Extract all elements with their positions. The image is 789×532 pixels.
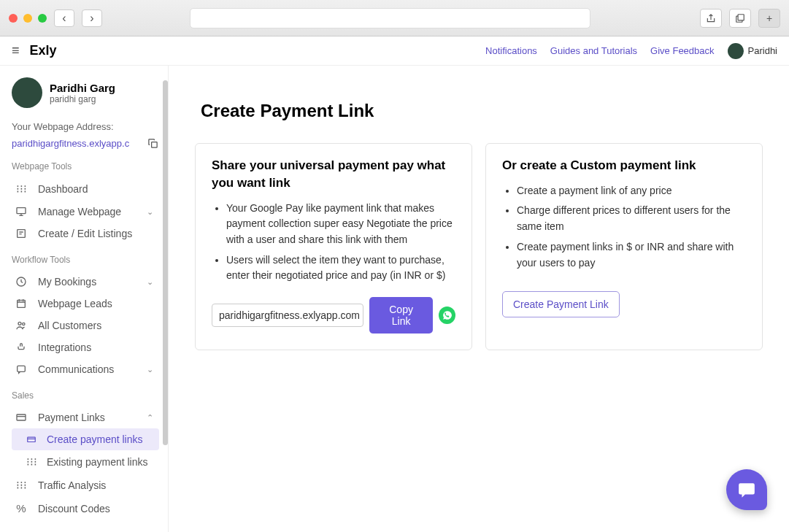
svg-rect-8: [18, 366, 26, 371]
sidebar: Paridhi Garg paridhi garg Your Webpage A…: [0, 66, 168, 532]
chevron-down-icon: ⌄: [147, 277, 153, 287]
minimize-window-icon[interactable]: [23, 14, 32, 23]
sidebar-item-label: Discount Codes: [38, 503, 110, 514]
custom-link-card: Or create a Custom payment link Create a…: [485, 143, 763, 350]
sidebar-item-label: Manage Webpage: [38, 206, 121, 217]
page-title: Create Payment Link: [201, 101, 763, 121]
maximize-window-icon[interactable]: [38, 14, 47, 23]
profile[interactable]: Paridhi Garg paridhi garg: [12, 77, 159, 108]
copy-icon[interactable]: [146, 136, 159, 150]
svg-point-6: [18, 322, 21, 325]
chat-icon: [15, 363, 28, 375]
profile-handle: paridhi garg: [50, 94, 115, 104]
addr-label: Your Webpage Address:: [12, 121, 159, 132]
card-bullet: Charge different prices to different use…: [517, 203, 746, 234]
user-name: Paridhi: [748, 45, 777, 56]
share-icon[interactable]: [700, 9, 722, 28]
group-title-sales: Sales: [12, 390, 159, 401]
chevron-down-icon: ⌄: [147, 365, 153, 374]
tabs-icon[interactable]: [729, 9, 751, 28]
sliders-icon: ⁝⁝⁝: [15, 182, 28, 196]
chevron-up-icon: ⌃: [147, 413, 153, 423]
card-bullet: Create a payment link of any price: [517, 183, 746, 199]
sidebar-item-label: Existing payment links: [47, 456, 148, 468]
chevron-down-icon: ⌄: [147, 207, 153, 217]
sidebar-item-label: Integrations: [38, 342, 91, 353]
clock-icon: [15, 276, 28, 288]
sidebar-item-label: Traffic Analysis: [38, 479, 106, 491]
universal-link-card: Share your universal payment pay what yo…: [195, 143, 472, 350]
card-bullet: Your Google Pay like payment link that m…: [226, 201, 455, 248]
svg-rect-9: [17, 415, 26, 420]
group-title-workflow-tools: Workflow Tools: [12, 255, 159, 265]
sidebar-item-traffic-analysis[interactable]: ⁝⁝⁝ Traffic Analysis: [12, 474, 159, 497]
svg-point-7: [23, 323, 25, 325]
notifications-link[interactable]: Notifications: [485, 45, 537, 56]
sidebar-item-label: Dashboard: [38, 183, 88, 195]
sidebar-item-webpage-leads[interactable]: Webpage Leads: [12, 293, 159, 315]
post-icon: [15, 228, 28, 239]
sidebar-item-label: Create / Edit Listings: [38, 228, 132, 239]
svg-rect-10: [28, 437, 36, 442]
chat-fab[interactable]: [726, 469, 767, 510]
sidebar-item-all-customers[interactable]: All Customers: [12, 315, 159, 336]
sidebar-item-existing-payment-links[interactable]: ⁝⁝⁝ Existing payment links: [12, 450, 159, 474]
sidebar-item-label: My Bookings: [38, 276, 96, 288]
link-icon: [15, 342, 28, 353]
avatar-icon: [12, 77, 42, 108]
sidebar-item-label: Payment Links: [38, 412, 105, 423]
forward-button[interactable]: ›: [82, 9, 102, 27]
people-icon: [15, 320, 28, 331]
webpage-address-link[interactable]: paridhigargfitness.exlyapp.c: [12, 138, 142, 149]
payment-link-input[interactable]: paridhigargfitness.exlyapp.com: [212, 304, 363, 327]
card-title: Or create a Custom payment link: [502, 157, 746, 174]
url-bar[interactable]: [190, 8, 590, 28]
close-window-icon[interactable]: [9, 14, 18, 23]
sidebar-item-label: All Customers: [38, 320, 101, 331]
card-icon: [25, 434, 38, 444]
whatsapp-icon[interactable]: [439, 307, 455, 324]
brand: Exly: [30, 43, 57, 58]
svg-rect-2: [17, 208, 26, 214]
browser-chrome: ‹ › +: [0, 0, 789, 36]
sidebar-item-label: Webpage Leads: [38, 298, 112, 309]
sliders-icon: ⁝⁝⁝: [25, 455, 38, 469]
topbar: ≡ Exly Notifications Guides and Tutorial…: [0, 36, 789, 66]
sidebar-item-label: Communications: [38, 363, 114, 375]
group-title-webpage-tools: Webpage Tools: [12, 161, 159, 171]
back-button[interactable]: ‹: [54, 9, 74, 27]
scrollbar[interactable]: [163, 80, 168, 445]
card-bullet: Users will select the item they want to …: [226, 252, 455, 284]
sidebar-item-manage-webpage[interactable]: Manage Webpage ⌄: [12, 201, 159, 223]
sidebar-item-create-payment-links[interactable]: Create payment links: [12, 428, 159, 450]
main-content: Create Payment Link Share your universal…: [168, 66, 789, 532]
guides-link[interactable]: Guides and Tutorials: [550, 45, 637, 56]
sidebar-item-create-listings[interactable]: Create / Edit Listings: [12, 223, 159, 244]
feedback-link[interactable]: Give Feedback: [650, 45, 714, 56]
percent-icon: %: [15, 502, 28, 514]
profile-name: Paridhi Garg: [50, 82, 115, 94]
sidebar-item-dashboard[interactable]: ⁝⁝⁝ Dashboard: [12, 177, 159, 201]
svg-rect-1: [151, 142, 157, 147]
sliders-icon: ⁝⁝⁝: [15, 479, 28, 492]
avatar-icon: [728, 43, 744, 59]
monitor-icon: [15, 206, 28, 217]
user-chip[interactable]: Paridhi: [728, 43, 777, 59]
sidebar-item-communications[interactable]: Communications ⌄: [12, 358, 159, 380]
card-bullet: Create payment links in $ or INR and sha…: [517, 239, 746, 271]
sidebar-item-payment-links[interactable]: Payment Links ⌃: [12, 406, 159, 428]
new-tab-button[interactable]: +: [758, 9, 780, 28]
svg-rect-5: [18, 300, 26, 307]
svg-rect-0: [738, 14, 744, 20]
traffic-lights: [9, 14, 47, 23]
sidebar-item-integrations[interactable]: Integrations: [12, 336, 159, 358]
card-icon: [15, 412, 28, 423]
sidebar-item-label: Create payment links: [47, 433, 143, 445]
copy-link-button[interactable]: Copy Link: [369, 297, 433, 334]
sidebar-item-my-bookings[interactable]: My Bookings ⌄: [12, 271, 159, 293]
create-payment-link-button[interactable]: Create Payment Link: [502, 291, 620, 317]
calendar-icon: [15, 298, 28, 309]
card-title: Share your universal payment pay what yo…: [212, 157, 455, 192]
menu-icon[interactable]: ≡: [12, 43, 20, 58]
sidebar-item-discount-codes[interactable]: % Discount Codes: [12, 497, 159, 520]
